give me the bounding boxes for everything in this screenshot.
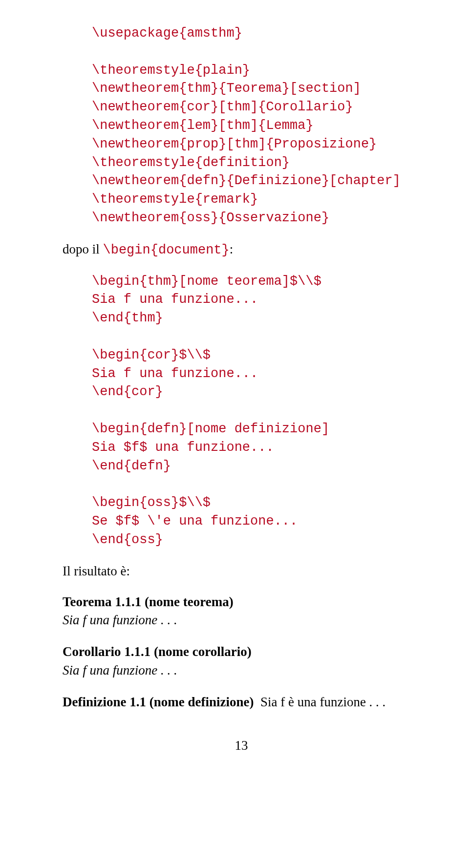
corollary-block-1: Corollario 1.1.1 (nome corollario) Sia f… xyxy=(63,643,420,679)
code-block-preamble: \usepackage{amsthm} \theoremstyle{plain}… xyxy=(63,24,420,228)
definition-1-body: Sia f è una funzione . . . xyxy=(260,695,385,709)
corollary-1-heading: Corollario 1.1.1 (nome corollario) xyxy=(63,644,252,659)
corollary-1-body: Sia f una funzione . . . xyxy=(63,661,420,679)
definition-1-heading: Definizione 1.1 (nome definizione) xyxy=(63,695,254,709)
theorem-block-1: Teorema 1.1.1 (nome teorema) Sia f una f… xyxy=(63,593,420,630)
paragraph-after-preamble: dopo il \begin{document}: xyxy=(63,240,420,260)
theorem-1-heading: Teorema 1.1.1 (nome teorema) xyxy=(63,594,234,609)
code-block-body: \begin{thm}[nome teorema]$\\$ Sia f una … xyxy=(63,273,420,550)
definition-block-1: Definizione 1.1 (nome definizione) Sia f… xyxy=(63,693,420,711)
text-suffix: : xyxy=(230,242,234,256)
inline-code-begin-document: \begin{document} xyxy=(103,243,230,257)
page-number: 13 xyxy=(63,737,420,755)
text-prefix: dopo il xyxy=(63,242,103,256)
theorem-1-body: Sia f una funzione . . . xyxy=(63,611,420,629)
paragraph-result-label: Il risultato è: xyxy=(63,562,420,580)
